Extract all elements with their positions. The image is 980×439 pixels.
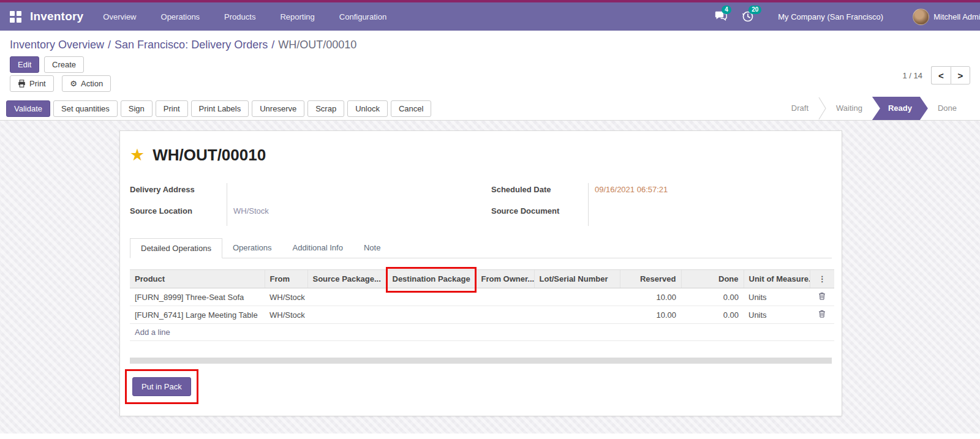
stage-ready[interactable]: Ready [872,97,928,120]
column-from[interactable]: From [265,270,307,288]
nav-menu: Overview Operations Products Reporting C… [102,4,388,30]
cell-from-owner[interactable] [476,288,534,306]
column-from-owner[interactable]: From Owner... [476,270,534,288]
edit-button[interactable]: Edit [10,56,39,73]
grid-square [10,18,15,23]
sign-button[interactable]: Sign [121,100,153,117]
column-uom[interactable]: Unit of Measure... [744,270,810,288]
control-buttons: Edit Create Print ⚙ Action 1 / 14 < > [0,56,980,97]
print-menu-button[interactable]: Print [10,75,54,92]
nav-item-reporting[interactable]: Reporting [279,4,315,30]
column-lot-serial[interactable]: Lot/Serial Number [534,270,620,288]
column-source-package[interactable]: Source Package... [307,270,387,288]
stage-draft[interactable]: Draft [782,97,818,120]
cell-product[interactable]: [FURN_6741] Large Meeting Table [130,306,265,324]
tab-operations[interactable]: Operations [222,238,282,258]
breadcrumb-link-delivery-orders[interactable]: San Francisco: Delivery Orders [115,39,268,51]
delete-row-button[interactable] [818,310,826,320]
cancel-button[interactable]: Cancel [391,100,431,117]
breadcrumb: Inventory Overview/San Francisco: Delive… [0,31,980,56]
cell-from-owner[interactable] [476,306,534,324]
put-in-pack-highlight: Put in Pack [125,369,198,404]
source-document-value[interactable] [588,204,832,226]
source-location-value[interactable]: WH/Stock [227,204,474,226]
put-in-pack-button[interactable]: Put in Pack [132,377,191,396]
source-document-label: Source Document [491,204,588,226]
tab-additional-info[interactable]: Additional Info [282,238,353,258]
create-button[interactable]: Create [44,56,84,73]
field-delivery-address: Delivery Address [130,183,474,204]
user-name: Mitchell Admin [933,12,980,21]
kebab-icon: ⋮ [818,274,826,283]
breadcrumb-link-inventory-overview[interactable]: Inventory Overview [10,39,104,51]
column-product[interactable]: Product [130,270,265,288]
nav-item-overview[interactable]: Overview [102,4,137,30]
scheduled-date-label: Scheduled Date [491,183,588,204]
cell-done[interactable]: 0.00 [681,288,744,306]
table-row: [FURN_8999] Three-Seat Sofa WH/Stock 10.… [130,288,834,306]
cell-from[interactable]: WH/Stock [265,288,307,306]
print-menu-label: Print [29,79,46,88]
column-done[interactable]: Done [681,270,744,288]
cell-lot-serial[interactable] [534,288,620,306]
action-menu-button[interactable]: ⚙ Action [62,75,111,92]
pager-next-button[interactable]: > [951,66,970,84]
delivery-address-value[interactable] [227,183,474,204]
column-reserved[interactable]: Reserved [620,270,681,288]
messages-icon[interactable]: 4 [714,10,728,23]
tab-detailed-operations[interactable]: Detailed Operations [130,238,222,258]
nav-item-configuration[interactable]: Configuration [338,4,388,30]
field-column-left: Delivery Address Source Location WH/Stoc… [130,183,474,226]
optional-columns-toggle[interactable]: ⋮ [810,270,834,288]
cell-done[interactable]: 0.00 [681,306,744,324]
column-destination-package[interactable]: Destination Package [387,270,476,288]
tab-note[interactable]: Note [353,238,391,258]
add-a-line-link[interactable]: Add a line [130,324,834,341]
grid-square [17,11,21,16]
stage-waiting[interactable]: Waiting [826,97,872,120]
pager-previous-button[interactable]: < [931,66,951,84]
cell-from[interactable]: WH/Stock [265,306,307,324]
avatar [913,9,929,25]
app-name[interactable]: Inventory [30,10,83,23]
gear-icon: ⚙ [70,80,77,88]
apps-menu-icon[interactable] [10,11,21,23]
cell-reserved[interactable]: 10.00 [620,288,681,306]
cell-uom[interactable]: Units [744,306,810,324]
delete-row-button[interactable] [818,292,826,302]
scheduled-date-value[interactable]: 09/16/2021 06:57:21 [588,183,832,204]
company-switcher[interactable]: My Company (San Francisco) [778,12,883,21]
unreserve-button[interactable]: Unreserve [252,100,304,117]
cell-lot-serial[interactable] [534,306,620,324]
nav-item-products[interactable]: Products [223,4,257,30]
add-a-line-row: Add a line [130,324,834,341]
horizontal-scrollbar[interactable] [130,358,832,364]
control-panel: Inventory Overview/San Francisco: Delive… [0,31,980,121]
cell-destination-package[interactable] [387,288,476,306]
scrap-button[interactable]: Scrap [307,100,344,117]
cell-uom[interactable]: Units [744,288,810,306]
nav-item-operations[interactable]: Operations [160,4,202,30]
form-sheet: ★ WH/OUT/00010 Delivery Address Source L… [119,130,842,416]
cell-source-package[interactable] [307,288,387,306]
detailed-operations-table: Product From Source Package... Destinati… [130,269,834,341]
unlock-button[interactable]: Unlock [347,100,388,117]
validate-button[interactable]: Validate [6,100,50,117]
cell-product[interactable]: [FURN_8999] Three-Seat Sofa [130,288,265,306]
field-column-right: Scheduled Date 09/16/2021 06:57:21 Sourc… [491,183,832,226]
user-menu[interactable]: Mitchell Admin [913,9,980,25]
favorite-star-icon[interactable]: ★ [130,147,145,163]
stage-done[interactable]: Done [928,97,967,120]
print-button[interactable]: Print [156,100,188,117]
cell-reserved[interactable]: 10.00 [620,306,681,324]
cell-source-package[interactable] [307,306,387,324]
breadcrumb-current: WH/OUT/00010 [278,39,356,51]
field-source-location: Source Location WH/Stock [130,204,474,226]
document-title: WH/OUT/00010 [153,146,266,165]
cell-destination-package[interactable] [387,306,476,324]
activities-icon[interactable]: 20 [741,10,755,23]
print-labels-button[interactable]: Print Labels [191,100,249,117]
table-row: [FURN_6741] Large Meeting Table WH/Stock… [130,306,834,324]
table-header-row: Product From Source Package... Destinati… [130,270,834,288]
set-quantities-button[interactable]: Set quantities [53,100,118,117]
